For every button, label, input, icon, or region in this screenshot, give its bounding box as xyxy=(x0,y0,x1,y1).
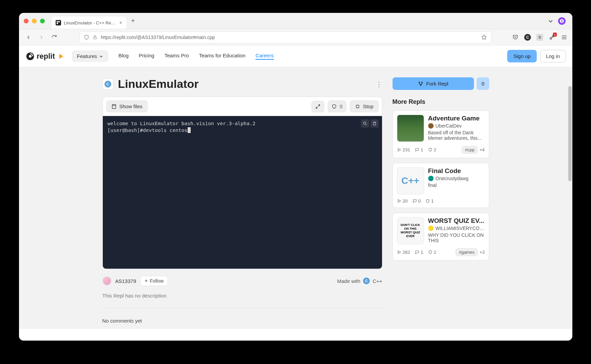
forward-button[interactable] xyxy=(37,33,46,42)
nav-teams-pro[interactable]: Teams Pro xyxy=(165,53,189,60)
card-title[interactable]: Final Code xyxy=(428,167,485,175)
nav-links: Blog Pricing Teams Pro Teams for Educati… xyxy=(118,53,274,60)
author-avatar[interactable] xyxy=(102,276,111,285)
url-bar[interactable]: https://replit.com/@AS13379/LinuxEmulato… xyxy=(79,31,492,43)
hamburger-menu-icon[interactable] xyxy=(561,34,568,41)
more-repl-card[interactable]: DON'T CLICK ON THIS WORST QUIZ EVER WORS… xyxy=(393,213,489,261)
tabs-overflow-icon[interactable] xyxy=(548,18,553,24)
repl-title: LinuxEmulator xyxy=(118,77,199,91)
features-label: Features xyxy=(77,53,97,59)
extension-icon-2[interactable]: S xyxy=(536,34,543,41)
card-more-tags[interactable]: +4 xyxy=(480,147,485,152)
svg-rect-7 xyxy=(356,105,359,108)
shield-icon[interactable] xyxy=(84,35,89,40)
extension-badge: 1 xyxy=(553,33,557,37)
terminal-trash-icon[interactable] xyxy=(370,119,379,128)
svg-point-8 xyxy=(363,122,366,124)
back-button[interactable] xyxy=(24,33,33,42)
editor-card: Show files 0 xyxy=(102,97,382,269)
terminal-search-icon[interactable] xyxy=(361,119,369,128)
card-more-tags[interactable]: +3 xyxy=(480,250,485,255)
card-runs: 20 xyxy=(397,198,408,204)
svg-point-11 xyxy=(420,84,421,85)
nav-careers[interactable]: Careers xyxy=(255,53,273,60)
card-comments: 1 xyxy=(415,250,423,255)
svg-point-9 xyxy=(419,82,420,83)
window-controls xyxy=(24,19,45,23)
card-author-name[interactable]: UberCatDev xyxy=(436,123,462,129)
firefox-profile-icon[interactable] xyxy=(558,17,566,25)
card-tag[interactable]: #cpp xyxy=(462,146,477,154)
close-window-button[interactable] xyxy=(24,19,28,23)
show-files-button[interactable]: Show files xyxy=(106,100,148,112)
fork-button[interactable]: Fork Repl xyxy=(393,77,474,90)
scrollbar[interactable] xyxy=(568,86,572,181)
like-button[interactable]: 0 xyxy=(328,100,346,112)
features-dropdown[interactable]: Features xyxy=(72,51,108,62)
card-author-avatar xyxy=(428,123,434,129)
titlebar: LinuxEmulator - C++ Repl - Rep… × + xyxy=(19,13,572,29)
lock-icon[interactable] xyxy=(93,35,97,40)
repl-description: This Repl has no description xyxy=(102,293,382,299)
bookmark-icon[interactable] xyxy=(481,34,487,40)
card-author-name[interactable]: Onecrustydawg xyxy=(436,176,469,181)
card-title[interactable]: Adventure Game xyxy=(428,115,485,122)
stop-button[interactable]: Stop xyxy=(350,100,379,112)
more-repl-card[interactable]: Final Code Onecrustydawg final 20 0 1 xyxy=(393,163,489,208)
more-repl-card[interactable]: Adventure Game UberCatDev Based off of t… xyxy=(393,110,489,158)
more-repls-heading: More Repls xyxy=(393,98,489,106)
card-thumbnail xyxy=(397,167,424,194)
svg-rect-2 xyxy=(57,23,58,24)
nav-blog[interactable]: Blog xyxy=(118,53,129,60)
terminal-output[interactable]: welcome to LinuxEmulator bash.vision ver… xyxy=(103,116,382,269)
card-author-avatar xyxy=(428,226,434,231)
svg-point-10 xyxy=(422,82,423,83)
card-runs: 231 xyxy=(397,147,411,152)
extension-icon-3[interactable]: 1 xyxy=(549,34,555,41)
card-description: Based off of the Dank Memer adventures, … xyxy=(428,130,485,141)
svg-rect-6 xyxy=(112,104,116,109)
card-thumbnail: DON'T CLICK ON THIS WORST QUIZ EVER xyxy=(397,217,424,244)
nav-teams-edu[interactable]: Teams for Education xyxy=(199,53,246,60)
like-count: 0 xyxy=(340,103,342,109)
extension-icon-1[interactable]: C xyxy=(524,34,531,41)
addressbar-row: https://replit.com/@AS13379/LinuxEmulato… xyxy=(19,29,572,45)
login-button[interactable]: Log in xyxy=(540,50,566,62)
signup-button[interactable]: Sign up xyxy=(507,50,537,62)
more-options-icon[interactable]: ⋮ xyxy=(376,80,382,88)
author-username[interactable]: AS13379 xyxy=(115,278,136,284)
new-tab-button[interactable]: + xyxy=(131,17,135,25)
fullscreen-button[interactable] xyxy=(311,101,324,112)
card-description: final xyxy=(428,183,485,188)
card-tag[interactable]: #games xyxy=(456,248,477,256)
maximize-window-button[interactable] xyxy=(40,19,45,23)
minimize-window-button[interactable] xyxy=(32,19,37,23)
tab-title: LinuxEmulator - C++ Repl - Rep… xyxy=(64,20,117,25)
language-icon: C xyxy=(363,277,370,284)
replit-logo[interactable]: replit xyxy=(26,52,65,61)
fork-count[interactable]: 0 xyxy=(477,77,489,90)
svg-rect-0 xyxy=(57,21,58,22)
language-badge: C xyxy=(102,79,113,90)
tab-close-icon[interactable]: × xyxy=(119,20,122,25)
tab-favicon-icon xyxy=(56,20,61,25)
bottom-bar xyxy=(19,328,572,341)
show-files-label: Show files xyxy=(119,103,142,109)
browser-tab[interactable]: LinuxEmulator - C++ Repl - Rep… × xyxy=(52,17,126,29)
card-likes: 2 xyxy=(428,147,437,152)
card-author-name[interactable]: WILLIAMISVERYCOOL... xyxy=(436,226,485,231)
made-with-label: Made with xyxy=(337,278,360,284)
card-description: WHY DID YOU CLICK ON THIS xyxy=(428,232,485,243)
card-likes: 1 xyxy=(425,198,434,204)
card-title[interactable]: WORST QUIZ EV... xyxy=(428,217,485,225)
language-name[interactable]: C++ xyxy=(373,278,382,284)
site-header: replit Features Blog Pricing Teams Pro T… xyxy=(19,45,572,67)
nav-pricing[interactable]: Pricing xyxy=(139,53,154,60)
card-author-avatar xyxy=(428,176,434,181)
follow-label: Follow xyxy=(150,278,164,284)
follow-button[interactable]: + Follow xyxy=(140,276,168,286)
pocket-icon[interactable] xyxy=(512,34,519,41)
fork-label: Fork Repl xyxy=(426,81,448,87)
url-text: https://replit.com/@AS13379/LinuxEmulato… xyxy=(101,35,478,40)
reload-button[interactable] xyxy=(50,33,59,42)
